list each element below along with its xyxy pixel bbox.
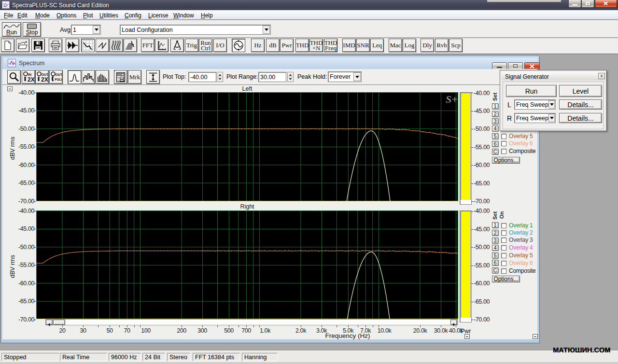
svg-text:FULL: FULL: [55, 78, 62, 81]
svg-text:2X: 2X: [28, 76, 34, 83]
svg-text:OUT: OUT: [42, 73, 48, 76]
svg-text:2X: 2X: [41, 76, 48, 83]
svg-text:S+: S+: [446, 93, 458, 105]
svg-text:IN: IN: [28, 73, 31, 76]
svg-text:SC: SC: [3, 4, 8, 8]
svg-text:OUT: OUT: [56, 73, 62, 76]
